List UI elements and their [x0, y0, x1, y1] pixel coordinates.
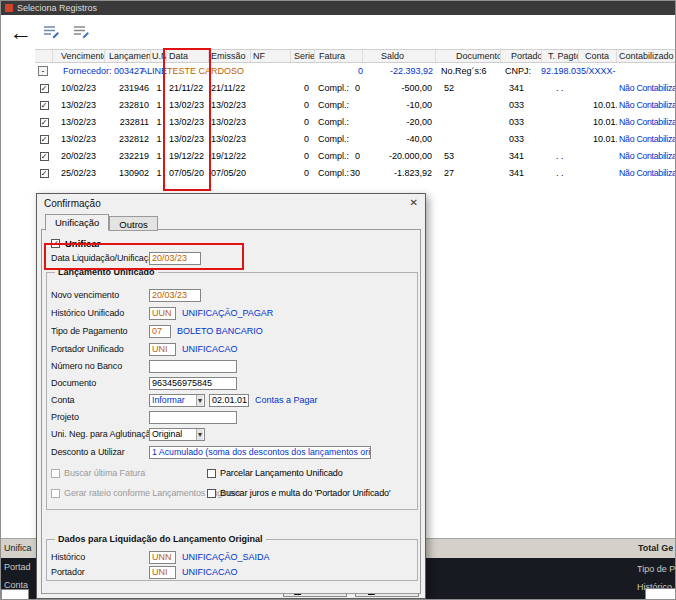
- uni-neg-label: Uni. Neg. para Aglutinação: [51, 429, 149, 439]
- panel-tipo-pagto-label: Tipo de Pa: [637, 564, 676, 574]
- original-portador-label: Portador: [51, 567, 149, 577]
- row-checkbox[interactable]: ✓: [40, 169, 49, 178]
- projeto-input[interactable]: [149, 411, 237, 424]
- cell-doc: [436, 97, 501, 114]
- buscar-fatura-checkbox[interactable]: [51, 469, 60, 478]
- historico-unificado-input[interactable]: UUN: [149, 307, 176, 320]
- original-historico-desc: UNIFICAÇÃO_SAIDA: [182, 552, 270, 562]
- panel-field-left[interactable]: [1, 589, 29, 600]
- cell-select: ✓: [35, 148, 53, 165]
- cell-lanc: 130902: [105, 165, 151, 182]
- row-checkbox[interactable]: ✓: [40, 135, 49, 144]
- conta-select[interactable]: Informar▾: [149, 394, 205, 407]
- uni-neg-row: Uni. Neg. para Aglutinação Original▾: [51, 427, 413, 441]
- edit-list-icon[interactable]: [40, 22, 62, 42]
- parcelar-checkbox[interactable]: [207, 469, 216, 478]
- projeto-row: Projeto: [51, 410, 413, 424]
- uni-neg-select-value: Original: [152, 429, 182, 439]
- cell-saldo: -10,00: [363, 97, 436, 114]
- documento-input[interactable]: 963456975845: [149, 377, 237, 390]
- historico-unificado-label: Histórico Unificado: [51, 308, 149, 318]
- fatura-label: Compl.:: [318, 80, 349, 97]
- unify-label: Unificar: [65, 238, 100, 249]
- tipo-pagamento-input[interactable]: 07: [149, 325, 171, 338]
- header-data[interactable]: Data: [167, 50, 209, 62]
- header-un[interactable]: U.N.: [151, 50, 167, 62]
- numero-banco-input[interactable]: [149, 360, 237, 373]
- header-conta[interactable]: Conta: [579, 50, 617, 62]
- cell-doc: [436, 131, 501, 148]
- cell-doc: 52: [436, 80, 501, 97]
- fatura-label: Compl.:: [318, 114, 349, 131]
- dialog-tabs: Unificação Outros: [45, 213, 158, 230]
- cell-saldo: -40,00: [363, 131, 436, 148]
- gerar-rateio-checkbox[interactable]: [51, 489, 60, 498]
- header-lancamento[interactable]: Lançamento: [105, 50, 151, 62]
- novo-vencimento-input[interactable]: 20/03/23: [149, 289, 201, 302]
- cell-serie: 0: [291, 114, 315, 131]
- header-nf[interactable]: NF: [251, 50, 291, 62]
- header-fatura[interactable]: Fatura: [315, 50, 363, 62]
- conta-row: Conta Informar▾ 02.01.01 Contas a Pagar: [51, 393, 413, 407]
- supplier-name-rest: TESTE CARDOSO: [167, 63, 244, 80]
- row-checkbox[interactable]: ✓: [40, 152, 49, 161]
- row-checkbox[interactable]: ✓: [40, 118, 49, 127]
- original-portador-input[interactable]: UNI: [149, 566, 176, 579]
- status-unifica-label: Unifica: [4, 543, 32, 553]
- cell-fatura: Compl.:0: [315, 80, 363, 97]
- fatura-label: Compl.:: [318, 131, 349, 148]
- fatura-value: 0: [355, 80, 360, 97]
- cell-conta: [579, 80, 617, 97]
- header-contabilizado[interactable]: Contabilizado: [617, 50, 676, 62]
- desconto-row: Desconto a Utilizar 1 Acumulado (soma do…: [51, 445, 413, 459]
- original-historico-input[interactable]: UNN: [149, 551, 176, 564]
- cell-contab: Não Contabilizar: [617, 97, 676, 114]
- panel-field-right[interactable]: [645, 588, 676, 600]
- row-checkbox[interactable]: ✓: [40, 101, 49, 110]
- header-serie[interactable]: Serie: [291, 50, 315, 62]
- status-total-label: Total Ge: [638, 543, 673, 553]
- header-vencimento[interactable]: Vencimento: [53, 50, 105, 62]
- uni-neg-select[interactable]: Original▾: [149, 428, 205, 441]
- cell-nf: [251, 165, 291, 182]
- back-arrow-icon[interactable]: ←: [9, 19, 32, 45]
- header-portador[interactable]: Portador: [501, 50, 542, 62]
- supplier-saldo-total: -22.393,92: [343, 63, 433, 80]
- table-row: ✓10/02/23231946121/11/2221/11/220Compl.:…: [35, 80, 676, 97]
- cell-portador: 033: [501, 114, 542, 131]
- conta-desc: Contas a Pagar: [255, 395, 318, 405]
- tab-outros[interactable]: Outros: [109, 216, 158, 231]
- liquidation-date-label: Data Liquidação/Unificação: [51, 253, 149, 263]
- header-saldo[interactable]: Saldo: [363, 50, 436, 62]
- header-documento[interactable]: Documento: [436, 50, 501, 62]
- header-tpagto[interactable]: T. Pagto: [542, 50, 579, 62]
- unify-checkbox[interactable]: ✓: [51, 239, 60, 248]
- unified-entry-group-title: Lançamento Unificado: [55, 267, 158, 277]
- cell-portador: 341: [501, 165, 542, 182]
- liquidation-date-input[interactable]: 20/03/23: [149, 252, 201, 265]
- desconto-select[interactable]: 1 Acumulado (soma dos descontos dos lanç…: [149, 446, 371, 459]
- buscar-juros-checkbox[interactable]: [207, 489, 216, 498]
- cell-serie: 0: [291, 131, 315, 148]
- cell-select: ✓: [35, 97, 53, 114]
- cell-lanc: 231946: [105, 80, 151, 97]
- fatura-label: Compl.:: [318, 165, 349, 182]
- conta-code-input[interactable]: 02.01.01: [209, 394, 249, 407]
- cell-un: 1: [151, 148, 167, 165]
- header-emissao[interactable]: Emissão: [209, 50, 251, 62]
- tab-unificacao[interactable]: Unificação: [45, 214, 109, 231]
- cell-fatura: Compl.:: [315, 97, 363, 114]
- close-icon[interactable]: ✕: [410, 197, 418, 208]
- cell-data: 19/12/22: [167, 148, 209, 165]
- cell-emissao: 13/02/23: [209, 97, 251, 114]
- cell-contab: Não Contabilizar: [617, 131, 676, 148]
- cell-select: ✓: [35, 80, 53, 97]
- portador-unificado-input[interactable]: UNI: [149, 343, 176, 356]
- original-historico-label: Histórico: [51, 552, 149, 562]
- cell-lanc: 232812: [105, 131, 151, 148]
- original-entry-group-title: Dados para Liquidação do Lançamento Orig…: [55, 534, 266, 544]
- table-row: ✓13/02/23232810113/02/2313/02/230Compl.:…: [35, 97, 676, 114]
- row-checkbox[interactable]: ✓: [40, 84, 49, 93]
- collapse-button[interactable]: -: [38, 66, 48, 76]
- edit-records-icon[interactable]: [70, 22, 92, 42]
